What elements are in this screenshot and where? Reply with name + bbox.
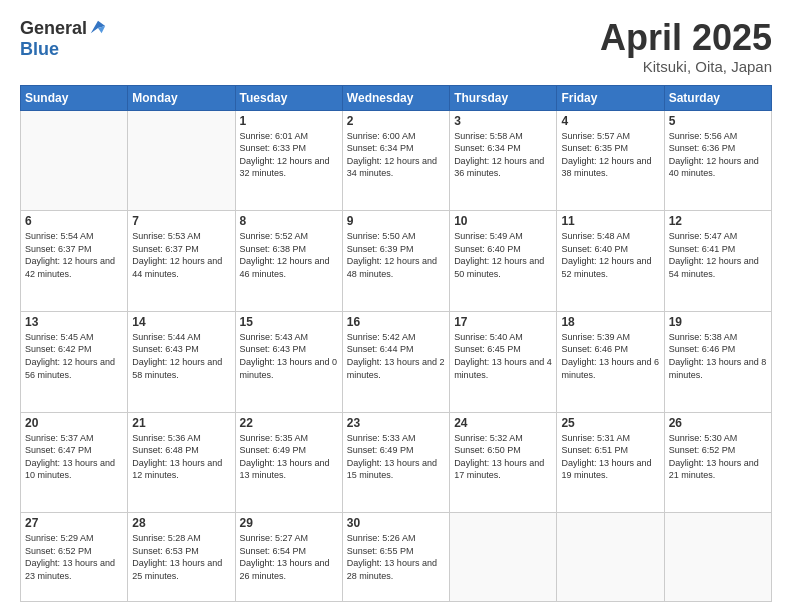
day-number: 12 bbox=[669, 214, 767, 228]
day-cell-14: 14Sunrise: 5:44 AMSunset: 6:43 PMDayligh… bbox=[128, 311, 235, 412]
day-cell-empty-4-6 bbox=[664, 513, 771, 602]
day-cell-28: 28Sunrise: 5:28 AMSunset: 6:53 PMDayligh… bbox=[128, 513, 235, 602]
day-cell-15: 15Sunrise: 5:43 AMSunset: 6:43 PMDayligh… bbox=[235, 311, 342, 412]
day-info: Sunrise: 5:39 AMSunset: 6:46 PMDaylight:… bbox=[561, 331, 659, 381]
weekday-header-monday: Monday bbox=[128, 85, 235, 110]
day-cell-22: 22Sunrise: 5:35 AMSunset: 6:49 PMDayligh… bbox=[235, 412, 342, 513]
day-number: 3 bbox=[454, 114, 552, 128]
day-info: Sunrise: 5:36 AMSunset: 6:48 PMDaylight:… bbox=[132, 432, 230, 482]
header-right: April 2025 Kitsuki, Oita, Japan bbox=[600, 18, 772, 75]
day-cell-5: 5Sunrise: 5:56 AMSunset: 6:36 PMDaylight… bbox=[664, 110, 771, 211]
day-info: Sunrise: 5:48 AMSunset: 6:40 PMDaylight:… bbox=[561, 230, 659, 280]
location: Kitsuki, Oita, Japan bbox=[600, 58, 772, 75]
day-number: 18 bbox=[561, 315, 659, 329]
weekday-header-tuesday: Tuesday bbox=[235, 85, 342, 110]
day-number: 26 bbox=[669, 416, 767, 430]
day-cell-23: 23Sunrise: 5:33 AMSunset: 6:49 PMDayligh… bbox=[342, 412, 449, 513]
day-info: Sunrise: 5:45 AMSunset: 6:42 PMDaylight:… bbox=[25, 331, 123, 381]
day-number: 15 bbox=[240, 315, 338, 329]
day-number: 14 bbox=[132, 315, 230, 329]
calendar-table: SundayMondayTuesdayWednesdayThursdayFrid… bbox=[20, 85, 772, 602]
day-info: Sunrise: 5:38 AMSunset: 6:46 PMDaylight:… bbox=[669, 331, 767, 381]
week-row-2: 6Sunrise: 5:54 AMSunset: 6:37 PMDaylight… bbox=[21, 211, 772, 312]
month-title: April 2025 bbox=[600, 18, 772, 58]
day-cell-8: 8Sunrise: 5:52 AMSunset: 6:38 PMDaylight… bbox=[235, 211, 342, 312]
logo-bird-icon bbox=[89, 18, 107, 36]
day-cell-27: 27Sunrise: 5:29 AMSunset: 6:52 PMDayligh… bbox=[21, 513, 128, 602]
day-number: 2 bbox=[347, 114, 445, 128]
day-number: 23 bbox=[347, 416, 445, 430]
day-number: 25 bbox=[561, 416, 659, 430]
day-info: Sunrise: 5:37 AMSunset: 6:47 PMDaylight:… bbox=[25, 432, 123, 482]
day-cell-11: 11Sunrise: 5:48 AMSunset: 6:40 PMDayligh… bbox=[557, 211, 664, 312]
day-info: Sunrise: 5:47 AMSunset: 6:41 PMDaylight:… bbox=[669, 230, 767, 280]
day-number: 10 bbox=[454, 214, 552, 228]
day-cell-16: 16Sunrise: 5:42 AMSunset: 6:44 PMDayligh… bbox=[342, 311, 449, 412]
day-cell-empty-0-1 bbox=[128, 110, 235, 211]
day-cell-4: 4Sunrise: 5:57 AMSunset: 6:35 PMDaylight… bbox=[557, 110, 664, 211]
weekday-header-wednesday: Wednesday bbox=[342, 85, 449, 110]
day-info: Sunrise: 5:30 AMSunset: 6:52 PMDaylight:… bbox=[669, 432, 767, 482]
logo-blue-text: Blue bbox=[20, 39, 59, 60]
day-info: Sunrise: 5:35 AMSunset: 6:49 PMDaylight:… bbox=[240, 432, 338, 482]
day-info: Sunrise: 5:40 AMSunset: 6:45 PMDaylight:… bbox=[454, 331, 552, 381]
day-info: Sunrise: 6:01 AMSunset: 6:33 PMDaylight:… bbox=[240, 130, 338, 180]
day-info: Sunrise: 5:53 AMSunset: 6:37 PMDaylight:… bbox=[132, 230, 230, 280]
week-row-3: 13Sunrise: 5:45 AMSunset: 6:42 PMDayligh… bbox=[21, 311, 772, 412]
day-cell-29: 29Sunrise: 5:27 AMSunset: 6:54 PMDayligh… bbox=[235, 513, 342, 602]
day-number: 9 bbox=[347, 214, 445, 228]
day-info: Sunrise: 5:43 AMSunset: 6:43 PMDaylight:… bbox=[240, 331, 338, 381]
day-number: 5 bbox=[669, 114, 767, 128]
day-info: Sunrise: 5:50 AMSunset: 6:39 PMDaylight:… bbox=[347, 230, 445, 280]
page: General Blue April 2025 Kitsuki, Oita, J… bbox=[0, 0, 792, 612]
day-cell-25: 25Sunrise: 5:31 AMSunset: 6:51 PMDayligh… bbox=[557, 412, 664, 513]
day-info: Sunrise: 5:58 AMSunset: 6:34 PMDaylight:… bbox=[454, 130, 552, 180]
day-number: 1 bbox=[240, 114, 338, 128]
day-cell-21: 21Sunrise: 5:36 AMSunset: 6:48 PMDayligh… bbox=[128, 412, 235, 513]
day-cell-20: 20Sunrise: 5:37 AMSunset: 6:47 PMDayligh… bbox=[21, 412, 128, 513]
day-info: Sunrise: 5:42 AMSunset: 6:44 PMDaylight:… bbox=[347, 331, 445, 381]
day-info: Sunrise: 5:28 AMSunset: 6:53 PMDaylight:… bbox=[132, 532, 230, 582]
day-number: 27 bbox=[25, 516, 123, 530]
weekday-header-saturday: Saturday bbox=[664, 85, 771, 110]
day-cell-empty-0-0 bbox=[21, 110, 128, 211]
day-cell-2: 2Sunrise: 6:00 AMSunset: 6:34 PMDaylight… bbox=[342, 110, 449, 211]
day-number: 29 bbox=[240, 516, 338, 530]
day-cell-18: 18Sunrise: 5:39 AMSunset: 6:46 PMDayligh… bbox=[557, 311, 664, 412]
day-number: 24 bbox=[454, 416, 552, 430]
day-info: Sunrise: 5:57 AMSunset: 6:35 PMDaylight:… bbox=[561, 130, 659, 180]
day-info: Sunrise: 5:56 AMSunset: 6:36 PMDaylight:… bbox=[669, 130, 767, 180]
day-number: 28 bbox=[132, 516, 230, 530]
logo: General Blue bbox=[20, 18, 107, 60]
day-info: Sunrise: 6:00 AMSunset: 6:34 PMDaylight:… bbox=[347, 130, 445, 180]
day-info: Sunrise: 5:31 AMSunset: 6:51 PMDaylight:… bbox=[561, 432, 659, 482]
day-cell-9: 9Sunrise: 5:50 AMSunset: 6:39 PMDaylight… bbox=[342, 211, 449, 312]
day-cell-6: 6Sunrise: 5:54 AMSunset: 6:37 PMDaylight… bbox=[21, 211, 128, 312]
day-number: 4 bbox=[561, 114, 659, 128]
day-info: Sunrise: 5:54 AMSunset: 6:37 PMDaylight:… bbox=[25, 230, 123, 280]
day-info: Sunrise: 5:49 AMSunset: 6:40 PMDaylight:… bbox=[454, 230, 552, 280]
day-cell-10: 10Sunrise: 5:49 AMSunset: 6:40 PMDayligh… bbox=[450, 211, 557, 312]
day-cell-17: 17Sunrise: 5:40 AMSunset: 6:45 PMDayligh… bbox=[450, 311, 557, 412]
day-cell-24: 24Sunrise: 5:32 AMSunset: 6:50 PMDayligh… bbox=[450, 412, 557, 513]
day-info: Sunrise: 5:27 AMSunset: 6:54 PMDaylight:… bbox=[240, 532, 338, 582]
day-number: 6 bbox=[25, 214, 123, 228]
day-number: 11 bbox=[561, 214, 659, 228]
day-number: 20 bbox=[25, 416, 123, 430]
day-cell-26: 26Sunrise: 5:30 AMSunset: 6:52 PMDayligh… bbox=[664, 412, 771, 513]
week-row-4: 20Sunrise: 5:37 AMSunset: 6:47 PMDayligh… bbox=[21, 412, 772, 513]
header: General Blue April 2025 Kitsuki, Oita, J… bbox=[20, 18, 772, 75]
day-cell-3: 3Sunrise: 5:58 AMSunset: 6:34 PMDaylight… bbox=[450, 110, 557, 211]
day-cell-13: 13Sunrise: 5:45 AMSunset: 6:42 PMDayligh… bbox=[21, 311, 128, 412]
day-cell-19: 19Sunrise: 5:38 AMSunset: 6:46 PMDayligh… bbox=[664, 311, 771, 412]
day-number: 22 bbox=[240, 416, 338, 430]
weekday-header-row: SundayMondayTuesdayWednesdayThursdayFrid… bbox=[21, 85, 772, 110]
week-row-1: 1Sunrise: 6:01 AMSunset: 6:33 PMDaylight… bbox=[21, 110, 772, 211]
day-number: 7 bbox=[132, 214, 230, 228]
weekday-header-thursday: Thursday bbox=[450, 85, 557, 110]
day-cell-12: 12Sunrise: 5:47 AMSunset: 6:41 PMDayligh… bbox=[664, 211, 771, 312]
day-info: Sunrise: 5:29 AMSunset: 6:52 PMDaylight:… bbox=[25, 532, 123, 582]
day-info: Sunrise: 5:26 AMSunset: 6:55 PMDaylight:… bbox=[347, 532, 445, 582]
day-number: 8 bbox=[240, 214, 338, 228]
week-row-5: 27Sunrise: 5:29 AMSunset: 6:52 PMDayligh… bbox=[21, 513, 772, 602]
